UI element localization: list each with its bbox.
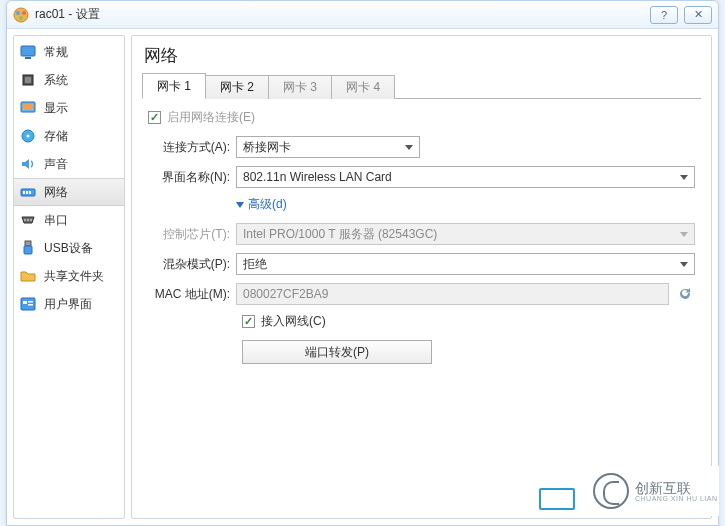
window-title: rac01 - 设置 — [35, 6, 100, 23]
chevron-down-icon — [236, 202, 244, 208]
svg-rect-7 — [25, 77, 31, 83]
advanced-toggle[interactable]: 高级(d) — [148, 196, 695, 213]
usb-icon — [20, 240, 36, 256]
svg-rect-19 — [25, 241, 31, 246]
serial-icon — [20, 212, 36, 228]
tab-adapter-2[interactable]: 网卡 2 — [205, 75, 269, 99]
sidebar-item-network[interactable]: 网络 — [14, 178, 124, 206]
svg-rect-23 — [28, 301, 33, 303]
sidebar-item-audio[interactable]: 声音 — [14, 150, 124, 178]
enable-network-row: 启用网络连接(E) — [148, 109, 695, 126]
svg-rect-9 — [23, 104, 33, 110]
panel-title: 网络 — [144, 44, 701, 67]
promisc-select[interactable]: 拒绝 — [236, 253, 695, 275]
settings-window: rac01 - 设置 ? ✕ 常规 系统 显示 存储 — [6, 0, 719, 526]
svg-rect-14 — [26, 191, 28, 194]
sidebar-item-label: 共享文件夹 — [44, 268, 104, 285]
svg-rect-13 — [23, 191, 25, 194]
svg-rect-24 — [28, 304, 33, 306]
attach-mode-select[interactable]: 桥接网卡 — [236, 136, 420, 158]
cable-checkbox[interactable] — [242, 315, 255, 328]
cable-row: 接入网线(C) — [148, 313, 695, 330]
mac-refresh-button[interactable] — [675, 284, 695, 304]
svg-rect-4 — [21, 46, 35, 56]
svg-rect-20 — [24, 246, 32, 254]
enable-network-checkbox[interactable] — [148, 111, 161, 124]
svg-point-1 — [16, 11, 20, 15]
svg-point-18 — [30, 219, 32, 221]
svg-rect-5 — [25, 57, 31, 59]
svg-point-17 — [27, 219, 29, 221]
watermark-brand: 创新互联 — [635, 481, 718, 495]
svg-point-16 — [24, 219, 26, 221]
sidebar-item-label: 串口 — [44, 212, 68, 229]
watermark-logo-icon — [593, 473, 629, 509]
app-icon — [13, 7, 29, 23]
display-icon — [20, 100, 36, 116]
tab-adapter-1[interactable]: 网卡 1 — [142, 73, 206, 99]
sidebar-item-ui[interactable]: 用户界面 — [14, 290, 124, 318]
sidebar-item-usb[interactable]: USB设备 — [14, 234, 124, 262]
main-panel: 网络 网卡 1 网卡 2 网卡 3 网卡 4 启用网络连接(E) 连接方式(A)… — [131, 35, 712, 519]
promisc-label: 混杂模式(P): — [148, 256, 236, 273]
chip-label: 控制芯片(T): — [148, 226, 236, 243]
refresh-icon — [678, 287, 692, 301]
sidebar-item-label: 用户界面 — [44, 296, 92, 313]
category-sidebar: 常规 系统 显示 存储 声音 网络 — [13, 35, 125, 519]
port-forward-button[interactable]: 端口转发(P) — [242, 340, 432, 364]
svg-rect-22 — [23, 301, 27, 304]
disk-icon — [20, 128, 36, 144]
svg-rect-15 — [29, 191, 31, 194]
monitor-icon — [20, 44, 36, 60]
speaker-icon — [20, 156, 36, 172]
sidebar-item-system[interactable]: 系统 — [14, 66, 124, 94]
iface-name-select[interactable]: 802.11n Wireless LAN Card — [236, 166, 695, 188]
sidebar-item-label: USB设备 — [44, 240, 93, 257]
watermark-sub: CHUANG XIN HU LIAN — [635, 495, 718, 502]
tab-adapter-4[interactable]: 网卡 4 — [331, 75, 395, 99]
adapter-form: 启用网络连接(E) 连接方式(A): 桥接网卡 界面名称(N): 802.11n… — [142, 99, 701, 382]
enable-network-label: 启用网络连接(E) — [167, 109, 255, 126]
adapter-tabs: 网卡 1 网卡 2 网卡 3 网卡 4 — [142, 73, 701, 99]
chip-select: Intel PRO/1000 T 服务器 (82543GC) — [236, 223, 695, 245]
cable-label: 接入网线(C) — [261, 313, 326, 330]
network-icon — [20, 184, 36, 200]
titlebar: rac01 - 设置 ? ✕ — [7, 1, 718, 29]
iface-name-label: 界面名称(N): — [148, 169, 236, 186]
sidebar-item-label: 声音 — [44, 156, 68, 173]
sidebar-item-serial[interactable]: 串口 — [14, 206, 124, 234]
sidebar-item-storage[interactable]: 存储 — [14, 122, 124, 150]
sidebar-item-label: 存储 — [44, 128, 68, 145]
sidebar-item-label: 显示 — [44, 100, 68, 117]
chip-icon — [20, 72, 36, 88]
help-button[interactable]: ? — [650, 6, 678, 24]
folder-icon — [20, 268, 36, 284]
svg-point-2 — [22, 11, 26, 15]
svg-point-11 — [27, 135, 30, 138]
sidebar-item-general[interactable]: 常规 — [14, 38, 124, 66]
close-button[interactable]: ✕ — [684, 6, 712, 24]
attach-label: 连接方式(A): — [148, 139, 236, 156]
tab-adapter-3[interactable]: 网卡 3 — [268, 75, 332, 99]
watermark: 创新互联 CHUANG XIN HU LIAN — [589, 466, 719, 516]
ui-icon — [20, 296, 36, 312]
svg-point-3 — [19, 16, 23, 20]
footer-ok-indicator — [539, 488, 575, 510]
mac-label: MAC 地址(M): — [148, 286, 236, 303]
sidebar-item-label: 系统 — [44, 72, 68, 89]
sidebar-item-display[interactable]: 显示 — [14, 94, 124, 122]
sidebar-item-shared[interactable]: 共享文件夹 — [14, 262, 124, 290]
sidebar-item-label: 网络 — [44, 184, 68, 201]
sidebar-item-label: 常规 — [44, 44, 68, 61]
mac-field[interactable]: 080027CF2BA9 — [236, 283, 669, 305]
